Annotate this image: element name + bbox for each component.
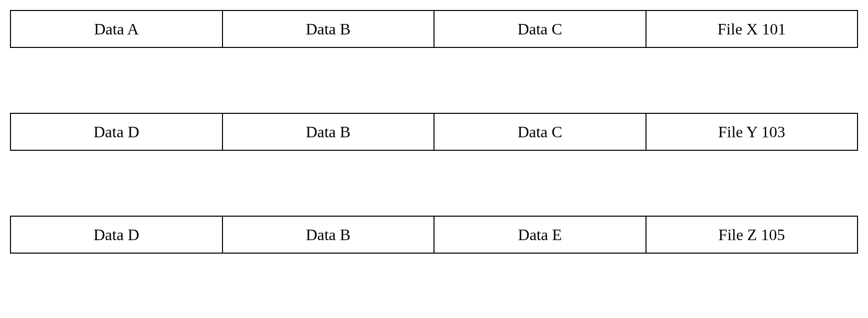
table-cell: Data C	[434, 11, 647, 47]
table-cell: Data B	[223, 114, 435, 150]
table-row: Data D Data B Data C File Y 103	[10, 113, 858, 151]
table-cell: Data C	[434, 114, 647, 150]
table-cell: File X 101	[647, 11, 858, 47]
table-cell: Data A	[11, 11, 223, 47]
table-cell: File Y 103	[647, 114, 858, 150]
table-cell: Data D	[11, 114, 223, 150]
table-cell: Data D	[11, 217, 223, 253]
table-cell: Data B	[223, 217, 435, 253]
table-cell: Data E	[434, 217, 647, 253]
table-cell: File Z 105	[647, 217, 858, 253]
table-row: Data A Data B Data C File X 101	[10, 10, 858, 48]
table-row: Data D Data B Data E File Z 105	[10, 216, 858, 254]
table-cell: Data B	[223, 11, 435, 47]
